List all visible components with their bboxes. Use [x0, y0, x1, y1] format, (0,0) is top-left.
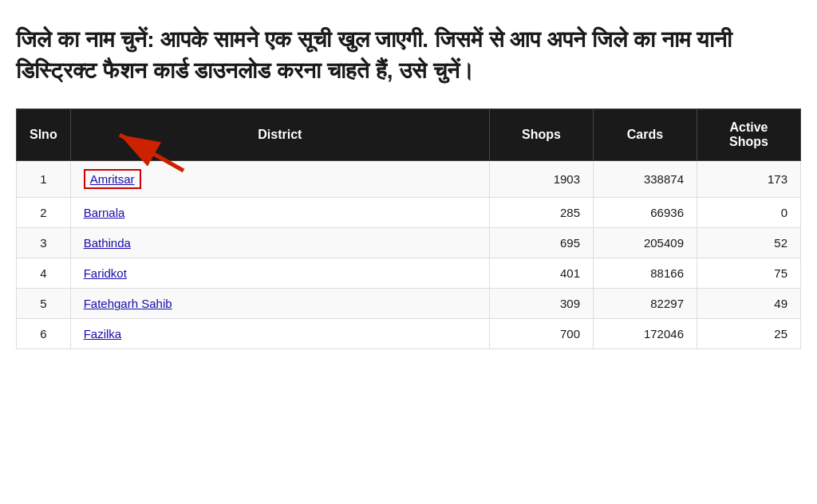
- districts-table: Slno District Shops Cards Active Shops 1…: [16, 108, 801, 349]
- district-link[interactable]: Faridkot: [84, 266, 127, 280]
- cell-slno: 1: [17, 161, 71, 198]
- cell-district: Amritsar: [70, 161, 489, 198]
- cell-active-shops: 52: [697, 228, 801, 258]
- cell-cards: 205409: [594, 228, 697, 258]
- cell-slno: 6: [17, 319, 71, 349]
- header-shops: Shops: [490, 109, 594, 161]
- table-row: 2Barnala285669360: [17, 198, 801, 228]
- header-cards: Cards: [594, 109, 697, 161]
- cell-shops: 285: [490, 198, 594, 228]
- cell-cards: 66936: [594, 198, 697, 228]
- cell-cards: 172046: [594, 319, 697, 349]
- table-header: Slno District Shops Cards Active Shops: [17, 109, 801, 161]
- header-active-shops: Active Shops: [697, 109, 801, 161]
- cell-cards: 82297: [594, 289, 697, 319]
- district-link[interactable]: Fatehgarh Sahib: [84, 297, 172, 310]
- cell-slno: 5: [17, 289, 71, 319]
- cell-shops: 700: [490, 319, 594, 349]
- cell-district: Bathinda: [70, 228, 489, 258]
- cell-district: Fatehgarh Sahib: [70, 289, 489, 319]
- cell-slno: 3: [17, 228, 71, 258]
- cell-active-shops: 75: [697, 258, 801, 289]
- cell-cards: 88166: [594, 258, 697, 289]
- highlighted-district: Amritsar: [84, 169, 141, 189]
- table-row: 6Fazilka70017204625: [17, 319, 801, 349]
- table-body: 1Amritsar19033388741732Barnala2856693603…: [17, 161, 801, 349]
- table-row: 5Fatehgarh Sahib3098229749: [17, 289, 801, 319]
- table-row: 1Amritsar1903338874173: [17, 161, 801, 198]
- table-row: 3Bathinda69520540952: [17, 228, 801, 258]
- cell-active-shops: 49: [697, 289, 801, 319]
- cell-cards: 338874: [594, 161, 697, 198]
- cell-shops: 401: [490, 258, 594, 289]
- page-container: जिले का नाम चुनें: आपके सामने एक सूची खु…: [0, 0, 817, 365]
- district-link[interactable]: Amritsar: [90, 172, 135, 186]
- header-slno: Slno: [17, 109, 71, 161]
- instruction-text: जिले का नाम चुनें: आपके सामने एक सूची खु…: [16, 24, 801, 86]
- cell-active-shops: 0: [697, 198, 801, 228]
- cell-active-shops: 25: [697, 319, 801, 349]
- header-district: District: [70, 109, 489, 161]
- cell-district: Fazilka: [70, 319, 489, 349]
- cell-shops: 695: [490, 228, 594, 258]
- district-link[interactable]: Barnala: [84, 206, 125, 219]
- cell-slno: 4: [17, 258, 71, 289]
- cell-district: Barnala: [70, 198, 489, 228]
- cell-district: Faridkot: [70, 258, 489, 289]
- cell-active-shops: 173: [697, 161, 801, 198]
- district-link[interactable]: Bathinda: [84, 236, 131, 250]
- table-row: 4Faridkot4018816675: [17, 258, 801, 289]
- cell-shops: 309: [490, 289, 594, 319]
- cell-shops: 1903: [490, 161, 594, 198]
- district-link[interactable]: Fazilka: [84, 327, 122, 341]
- cell-slno: 2: [17, 198, 71, 228]
